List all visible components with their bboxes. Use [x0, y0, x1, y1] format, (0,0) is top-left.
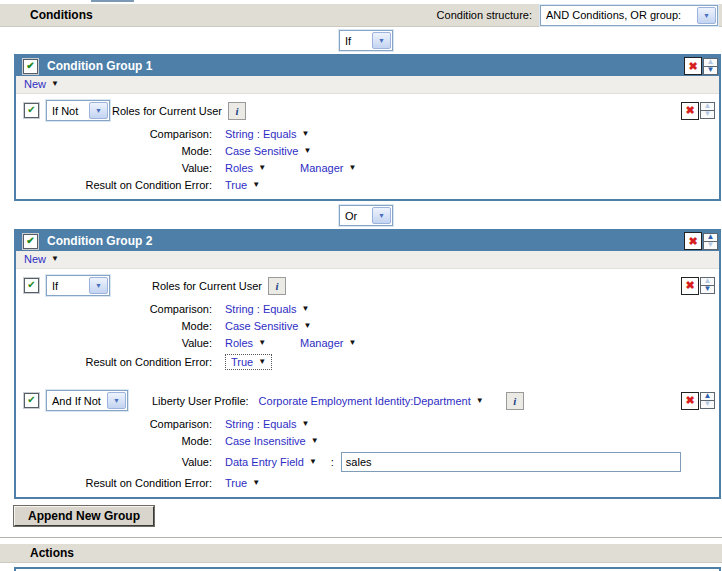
- condition-actions: ✖ ▲ ▼: [681, 277, 715, 295]
- between-operator-select[interactable]: Or ▼: [339, 205, 393, 226]
- value-mode: Data Entry Field: [225, 456, 304, 468]
- mode-select[interactable]: Case Sensitive ▼: [225, 145, 311, 157]
- condition-operator-select[interactable]: If Not ▼: [46, 100, 110, 121]
- value-secondary-select[interactable]: Manager ▼: [300, 337, 356, 349]
- chevron-down-icon[interactable]: ▼: [89, 102, 108, 119]
- mode-row: Mode: Case Insensitive ▼: [16, 435, 719, 447]
- condition-operator-select[interactable]: If ▼: [46, 275, 110, 296]
- info-icon[interactable]: i: [228, 102, 246, 120]
- condition-enabled-checkbox[interactable]: ✔: [24, 393, 39, 408]
- value-label: Value:: [16, 337, 212, 349]
- value-label: Value:: [16, 162, 212, 174]
- mode-value: Case Sensitive: [225, 145, 298, 157]
- caret-down-icon: ▼: [311, 437, 319, 445]
- caret-down-icon: ▼: [303, 322, 311, 330]
- caret-down-icon: ▼: [348, 164, 356, 172]
- delete-condition-icon[interactable]: ✖: [681, 277, 699, 295]
- caret-down-icon: ▼: [302, 130, 310, 138]
- delete-group-1-icon[interactable]: ✖: [684, 57, 702, 75]
- result-select[interactable]: True ▼: [225, 179, 260, 191]
- value-primary-select[interactable]: Roles ▼: [225, 162, 266, 174]
- move-group-2-down-icon[interactable]: ▼: [703, 241, 718, 250]
- chevron-down-icon[interactable]: ▼: [89, 277, 108, 294]
- check-icon: ✔: [27, 105, 35, 115]
- actions-title: Actions: [30, 546, 74, 560]
- delete-group-2-icon[interactable]: ✖: [684, 232, 702, 250]
- condition-group-2-title: Condition Group 2: [47, 234, 152, 248]
- result-row: Result on Condition Error: True ▼: [16, 179, 719, 191]
- group-2-enabled-checkbox[interactable]: ✔: [23, 234, 38, 249]
- mode-select[interactable]: Case Sensitive ▼: [225, 320, 311, 332]
- mode-select[interactable]: Case Insensitive ▼: [225, 435, 319, 447]
- between-operator-row: Or ▼: [339, 205, 722, 227]
- actions-section-header: Actions: [0, 544, 722, 563]
- comparison-select[interactable]: String : Equals ▼: [225, 303, 309, 315]
- condition-group-2: ✔ Condition Group 2 ✖ ▲ ▼ New ▼ ✔ If ▼ R…: [14, 229, 721, 499]
- result-select[interactable]: True ▼: [225, 477, 260, 489]
- info-icon[interactable]: i: [506, 392, 524, 410]
- comparison-label: Comparison:: [16, 418, 212, 430]
- caret-down-icon: ▼: [258, 358, 266, 366]
- move-condition-down-icon[interactable]: ▼: [700, 400, 715, 409]
- profile-attribute-value: Corporate Employment Identity:Department: [259, 395, 471, 407]
- result-label: Result on Condition Error:: [16, 179, 212, 191]
- group-1-condition-1: ✔ If Not ▼ Roles for Current User i ✖ ▲ …: [16, 94, 719, 199]
- mode-label: Mode:: [16, 145, 212, 157]
- value-row: Value: Roles ▼ Manager ▼: [16, 337, 719, 349]
- result-value: True: [225, 477, 247, 489]
- profile-attribute-select[interactable]: Corporate Employment Identity:Department…: [259, 395, 484, 407]
- caret-down-icon: ▼: [51, 255, 59, 263]
- value-secondary-select[interactable]: Manager ▼: [300, 162, 356, 174]
- group-1-new-row: New ▼: [16, 76, 719, 94]
- mode-value: Case Insensitive: [225, 435, 306, 447]
- group-1-new-menu[interactable]: New ▼: [24, 78, 59, 90]
- root-operator-select[interactable]: If ▼: [339, 30, 393, 51]
- condition-structure-group: Condition structure: AND Conditions, OR …: [437, 5, 718, 26]
- operator-cell: And If Not ▼: [46, 390, 152, 411]
- move-condition-down-icon[interactable]: ▼: [700, 110, 715, 119]
- move-condition-down-icon[interactable]: ▼: [700, 285, 715, 294]
- condition-structure-label: Condition structure:: [437, 9, 532, 21]
- value-primary: Roles: [225, 337, 253, 349]
- caret-down-icon: ▼: [303, 147, 311, 155]
- condition-operator-select[interactable]: And If Not ▼: [46, 390, 128, 411]
- chevron-down-icon[interactable]: ▼: [372, 207, 391, 224]
- value-mode-select[interactable]: Data Entry Field ▼: [225, 456, 317, 468]
- value-secondary: Manager: [300, 337, 343, 349]
- delete-condition-icon[interactable]: ✖: [681, 102, 699, 120]
- value-row: Value: Roles ▼ Manager ▼: [16, 162, 719, 174]
- value-primary: Roles: [225, 162, 253, 174]
- chevron-down-icon[interactable]: ▼: [697, 7, 716, 24]
- group-1-enabled-checkbox[interactable]: ✔: [23, 59, 38, 74]
- comparison-row: Comparison: String : Equals ▼: [16, 303, 719, 315]
- group-1-condition-1-head: ✔ If Not ▼ Roles for Current User i ✖ ▲ …: [16, 94, 719, 123]
- chevron-down-icon[interactable]: ▼: [107, 392, 126, 409]
- delete-condition-icon[interactable]: ✖: [681, 392, 699, 410]
- result-row: Result on Condition Error: True ▼: [16, 477, 719, 489]
- comparison-select[interactable]: String : Equals ▼: [225, 418, 309, 430]
- condition-enabled-checkbox[interactable]: ✔: [24, 278, 39, 293]
- info-icon[interactable]: i: [268, 277, 286, 295]
- comparison-select[interactable]: String : Equals ▼: [225, 128, 309, 140]
- caret-down-icon: ▼: [252, 479, 260, 487]
- append-new-group-button[interactable]: Append New Group: [14, 506, 154, 526]
- value-input[interactable]: [341, 452, 681, 472]
- comparison-row: Comparison: String : Equals ▼: [16, 418, 719, 430]
- result-select-focused[interactable]: True ▼: [225, 354, 272, 370]
- move-group-1-down-icon[interactable]: ▼: [703, 66, 718, 75]
- caret-down-icon: ▼: [348, 339, 356, 347]
- condition-move-spinner: ▲ ▼: [700, 392, 715, 409]
- top-tab-remnant: [91, 0, 134, 2]
- value-primary-select[interactable]: Roles ▼: [225, 337, 266, 349]
- check-icon: ✔: [27, 395, 35, 405]
- check-icon: ✔: [26, 236, 34, 246]
- chevron-down-icon[interactable]: ▼: [372, 32, 391, 49]
- mode-row: Mode: Case Sensitive ▼: [16, 145, 719, 157]
- result-row: Result on Condition Error: True ▼: [16, 354, 719, 370]
- comparison-value: String : Equals: [225, 128, 297, 140]
- group-2-new-menu[interactable]: New ▼: [24, 253, 59, 265]
- condition-structure-value: AND Conditions, OR group:: [541, 9, 696, 21]
- condition-structure-select[interactable]: AND Conditions, OR group: ▼: [540, 5, 718, 26]
- operator-cell: If ▼: [46, 275, 152, 296]
- condition-enabled-checkbox[interactable]: ✔: [24, 103, 39, 118]
